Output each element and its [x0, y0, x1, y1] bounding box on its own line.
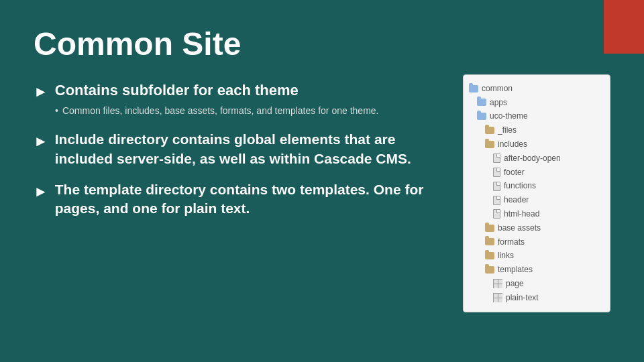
tree-item-apps: apps [469, 96, 604, 110]
tree-item-functions: functions [469, 179, 604, 193]
arrow-icon: ► [34, 82, 48, 102]
folder-icon-uco-theme [477, 113, 486, 120]
folder-icon-base-assets [485, 225, 494, 232]
tree-item-formats: formats [469, 235, 604, 249]
file-icon-header [493, 196, 500, 205]
tree-item-base-assets: base assets [469, 221, 604, 235]
file-icon-after-body [493, 154, 500, 163]
slide: Common Site ► Contains subfolder for eac… [0, 0, 644, 362]
arrow-icon-2: ► [34, 131, 48, 152]
file-icon-functions [493, 182, 500, 191]
tree-item-common: common [469, 82, 604, 96]
tree-item-header: header [469, 193, 604, 207]
bullet-template-main: ► The template directory contains two te… [34, 180, 443, 219]
folder-icon [469, 85, 478, 93]
tree-item-includes: includes [469, 137, 604, 152]
tree-item-after-body: after-body-open [469, 152, 604, 166]
tree-item-uco-theme: uco-theme [469, 109, 604, 123]
bullet-include: ► Include directory contains global elem… [34, 130, 443, 168]
tree-item-templates: templates [469, 263, 604, 277]
bullet-contains-sub: •Common files, includes, base assets, fo… [55, 104, 443, 118]
tree-item-page: page [469, 277, 604, 291]
folder-icon-apps [477, 99, 486, 106]
arrow-icon-3: ► [34, 182, 48, 202]
folder-icon-templates [485, 266, 494, 274]
file-tree-panel: common apps uco-theme _files includes af [463, 74, 610, 312]
text-area: ► Contains subfolder for each theme •Com… [34, 81, 443, 342]
file-icon-html-head [493, 209, 500, 219]
grid-icon-plain-text [493, 293, 502, 302]
tree-item-files: _files [469, 123, 604, 137]
content-area: ► Contains subfolder for each theme •Com… [34, 81, 610, 342]
accent-rectangle [604, 0, 644, 54]
bullet-template: ► The template directory contains two te… [34, 180, 443, 219]
folder-icon-formats [485, 238, 494, 245]
file-icon-footer [493, 168, 500, 177]
slide-title: Common Site [34, 27, 610, 62]
dot-icon: • [55, 105, 58, 116]
folder-icon-files [485, 127, 494, 134]
bullet-contains: ► Contains subfolder for each theme •Com… [34, 81, 443, 119]
tree-item-links: links [469, 249, 604, 263]
tree-item-html-head: html-head [469, 207, 604, 221]
tree-item-footer: footer [469, 166, 604, 180]
tree-item-plain-text: plain-text [469, 291, 604, 305]
folder-icon-includes [485, 141, 494, 148]
bullet-include-main: ► Include directory contains global elem… [34, 130, 443, 168]
bullet-contains-main: ► Contains subfolder for each theme [34, 81, 443, 102]
folder-icon-links [485, 252, 494, 259]
grid-icon-page [493, 279, 502, 288]
